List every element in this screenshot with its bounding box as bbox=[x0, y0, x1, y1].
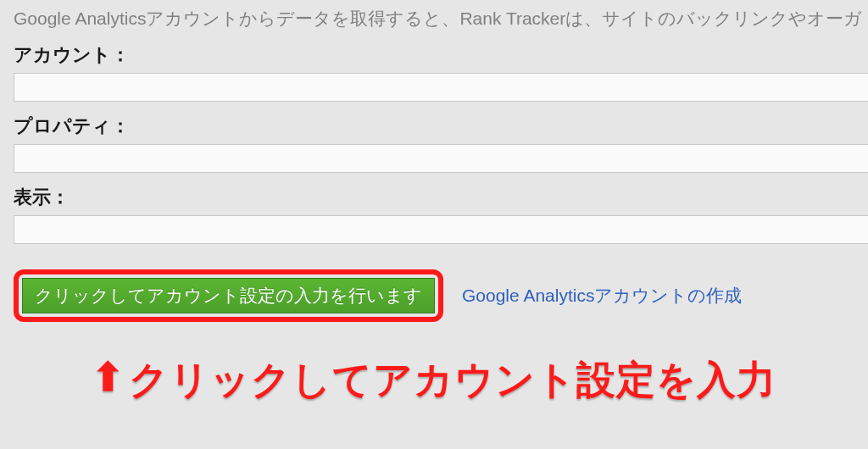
highlight-box: クリックしてアカウント設定の入力を行います bbox=[14, 269, 443, 322]
view-label: 表示： bbox=[14, 185, 854, 210]
create-ga-account-link[interactable]: Google Analyticsアカウントの作成 bbox=[462, 284, 742, 308]
annotation-text: クリックしてアカウント設定を入力 bbox=[129, 358, 776, 402]
account-input[interactable] bbox=[14, 73, 868, 102]
property-label: プロパティ： bbox=[14, 114, 854, 139]
property-input[interactable] bbox=[14, 144, 868, 173]
intro-text: Google Analyticsアカウントからデータを取得すると、Rank Tr… bbox=[0, 0, 868, 39]
view-input[interactable] bbox=[14, 215, 868, 244]
property-group: プロパティ： bbox=[0, 110, 868, 181]
instruction-annotation: ⬆クリックしてアカウント設定を入力 bbox=[0, 330, 868, 415]
account-label: アカウント： bbox=[14, 42, 854, 68]
button-row: クリックしてアカウント設定の入力を行います Google Analyticsアカ… bbox=[0, 252, 868, 330]
arrow-up-icon: ⬆ bbox=[92, 354, 125, 400]
account-group: アカウント： bbox=[0, 39, 868, 110]
view-group: 表示： bbox=[0, 181, 868, 252]
enter-account-settings-button[interactable]: クリックしてアカウント設定の入力を行います bbox=[22, 278, 435, 313]
